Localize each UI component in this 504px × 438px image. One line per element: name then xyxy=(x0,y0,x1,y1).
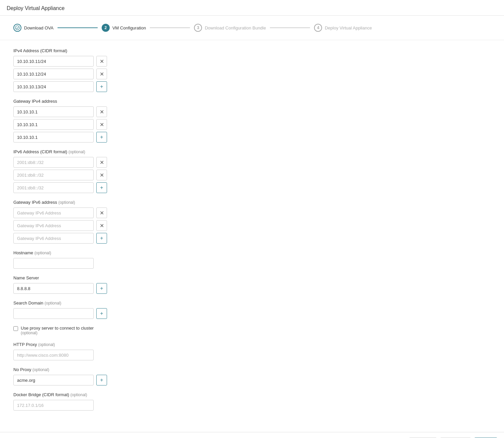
connector-1 xyxy=(58,27,98,28)
ipv4-address-group: IPv4 Address (CIDR format) ✕ ✕ + xyxy=(13,48,254,92)
name-server-group: Name Server + xyxy=(13,275,254,294)
step-download-config-bundle: 3 Download Configuration Bundle xyxy=(194,24,266,32)
add-gateway-ipv6-button[interactable]: + xyxy=(96,233,107,244)
remove-ipv4-2-button[interactable]: ✕ xyxy=(96,69,107,79)
step-label-4: Deploy Virtual Appliance xyxy=(325,25,372,30)
hostname-input[interactable] xyxy=(13,258,94,269)
proxy-checkbox[interactable] xyxy=(13,326,18,331)
step-deploy-virtual-appliance: 4 Deploy Virtual Appliance xyxy=(314,24,372,32)
no-proxy-label: No Proxy (optional) xyxy=(13,367,254,372)
gateway-ipv6-input-1[interactable] xyxy=(13,207,94,218)
add-ipv4-button[interactable]: + xyxy=(96,81,107,92)
ipv4-row-1: ✕ xyxy=(13,56,254,67)
remove-gateway-ipv6-2-button[interactable]: ✕ xyxy=(96,220,107,231)
name-server-input[interactable] xyxy=(13,283,94,294)
ipv6-row-1: ✕ xyxy=(13,157,254,168)
ipv4-input-2[interactable] xyxy=(13,69,94,79)
hostname-label: Hostname (optional) xyxy=(13,250,254,255)
remove-gateway-ipv4-1-button[interactable]: ✕ xyxy=(96,106,107,117)
page-title: Deploy Virtual Appliance xyxy=(0,0,504,16)
http-proxy-group: HTTP Proxy (optional) xyxy=(13,342,254,360)
remove-ipv6-2-button[interactable]: ✕ xyxy=(96,170,107,180)
step-vm-configuration: 2 VM Configuration xyxy=(102,24,146,32)
ipv6-address-group: IPv6 Address (CIDR format) (optional) ✕ … xyxy=(13,149,254,193)
docker-bridge-row xyxy=(13,400,254,411)
http-proxy-label: HTTP Proxy (optional) xyxy=(13,342,254,347)
no-proxy-group: No Proxy (optional) + xyxy=(13,367,254,385)
remove-gateway-ipv6-1-button[interactable]: ✕ xyxy=(96,207,107,218)
ipv6-address-label: IPv6 Address (CIDR format) (optional) xyxy=(13,149,254,154)
gateway-ipv4-row-1: ✕ xyxy=(13,106,254,117)
ipv4-row-3: + xyxy=(13,81,254,92)
http-proxy-input[interactable] xyxy=(13,350,94,360)
connector-3 xyxy=(270,27,310,28)
search-domain-row: + xyxy=(13,308,254,319)
page-wrapper: Deploy Virtual Appliance Download OVA 2 … xyxy=(0,0,504,438)
step-circle-1 xyxy=(13,24,21,32)
proxy-checkbox-row: Use proxy server to connect to cluster (… xyxy=(13,326,254,335)
gateway-ipv4-group: Gateway IPv4 address ✕ ✕ + xyxy=(13,99,254,143)
gateway-ipv4-label: Gateway IPv4 address xyxy=(13,99,254,104)
ipv6-input-3[interactable] xyxy=(13,182,94,193)
gateway-ipv4-row-3: + xyxy=(13,132,254,143)
no-proxy-input[interactable] xyxy=(13,375,94,385)
name-server-label: Name Server xyxy=(13,275,254,280)
remove-ipv6-1-button[interactable]: ✕ xyxy=(96,157,107,168)
add-name-server-button[interactable]: + xyxy=(96,283,107,294)
form-content: IPv4 Address (CIDR format) ✕ ✕ + Gateway… xyxy=(0,40,268,425)
add-gateway-ipv4-button[interactable]: + xyxy=(96,132,107,143)
gateway-ipv4-input-1[interactable] xyxy=(13,106,94,117)
connector-2 xyxy=(150,27,190,28)
gateway-ipv6-group: Gateway IPv6 address (optional) ✕ ✕ + xyxy=(13,200,254,244)
ipv6-row-3: + xyxy=(13,182,254,193)
ipv6-row-2: ✕ xyxy=(13,170,254,180)
add-search-domain-button[interactable]: + xyxy=(96,308,107,319)
step-circle-2: 2 xyxy=(102,24,110,32)
gateway-ipv4-input-2[interactable] xyxy=(13,119,94,130)
ipv6-input-1[interactable] xyxy=(13,157,94,168)
svg-point-0 xyxy=(15,26,19,30)
gateway-ipv6-input-2[interactable] xyxy=(13,220,94,231)
gateway-ipv6-row-1: ✕ xyxy=(13,207,254,218)
docker-bridge-input[interactable] xyxy=(13,400,94,411)
step-circle-4: 4 xyxy=(314,24,322,32)
stepper: Download OVA 2 VM Configuration 3 Downlo… xyxy=(0,16,504,40)
gateway-ipv6-row-2: ✕ xyxy=(13,220,254,231)
gateway-ipv4-input-3[interactable] xyxy=(13,132,94,143)
step-circle-3: 3 xyxy=(194,24,202,32)
gateway-ipv6-label: Gateway IPv6 address (optional) xyxy=(13,200,254,205)
step-label-1: Download OVA xyxy=(24,25,54,30)
step-download-ova: Download OVA xyxy=(13,24,54,32)
footer-bar: Cancel Previous Next xyxy=(0,432,504,438)
step-label-3: Download Configuration Bundle xyxy=(205,25,266,30)
proxy-checkbox-group: Use proxy server to connect to cluster (… xyxy=(13,326,254,335)
gateway-ipv6-row-3: + xyxy=(13,233,254,244)
gateway-ipv6-input-3[interactable] xyxy=(13,233,94,244)
ipv4-input-1[interactable] xyxy=(13,56,94,67)
search-domain-group: Search Domain (optional) + xyxy=(13,300,254,319)
checkmark-icon xyxy=(15,25,20,30)
hostname-row xyxy=(13,258,254,269)
add-ipv6-button[interactable]: + xyxy=(96,182,107,193)
http-proxy-row xyxy=(13,350,254,360)
search-domain-label: Search Domain (optional) xyxy=(13,300,254,305)
gateway-ipv4-row-2: ✕ xyxy=(13,119,254,130)
search-domain-input[interactable] xyxy=(13,308,94,319)
hostname-group: Hostname (optional) xyxy=(13,250,254,269)
remove-ipv4-1-button[interactable]: ✕ xyxy=(96,56,107,67)
remove-gateway-ipv4-2-button[interactable]: ✕ xyxy=(96,119,107,130)
no-proxy-row: + xyxy=(13,375,254,385)
proxy-checkbox-label: Use proxy server to connect to cluster xyxy=(21,326,94,331)
proxy-optional-label: (optional) xyxy=(21,331,94,335)
ipv4-input-3[interactable] xyxy=(13,81,94,92)
ipv6-input-2[interactable] xyxy=(13,170,94,180)
add-no-proxy-button[interactable]: + xyxy=(96,375,107,385)
docker-bridge-group: Docker Bridge (CIDR format) (optional) xyxy=(13,392,254,411)
ipv4-address-label: IPv4 Address (CIDR format) xyxy=(13,48,254,53)
ipv4-row-2: ✕ xyxy=(13,69,254,79)
step-label-2: VM Configuration xyxy=(112,25,146,30)
docker-bridge-label: Docker Bridge (CIDR format) (optional) xyxy=(13,392,254,397)
name-server-row: + xyxy=(13,283,254,294)
